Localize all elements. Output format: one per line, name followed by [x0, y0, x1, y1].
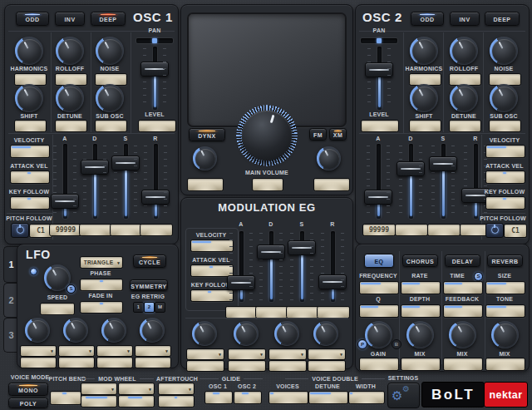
mod-eg-env-a-value[interactable]: [225, 306, 259, 319]
reverb-tab-button[interactable]: REVERB: [487, 254, 523, 267]
mod-eg-dest4-value[interactable]: [308, 360, 346, 372]
osc2-env-s-slider[interactable]: [429, 144, 457, 219]
lfo-phase-value[interactable]: [80, 279, 123, 291]
lfo-symmetry-button[interactable]: SYMMETRY: [130, 279, 168, 291]
osc1-env-a-slider[interactable]: [51, 144, 79, 219]
mod-eg-dest1-value[interactable]: [186, 360, 224, 372]
pitch-bend-value[interactable]: [50, 391, 81, 405]
osc2-pitch-follow-toggle[interactable]: [485, 223, 504, 238]
lfo-retrig-1-button[interactable]: 1: [133, 302, 144, 313]
slider-handle[interactable]: [140, 62, 169, 77]
mod-eg-dest1-select[interactable]: ▼: [186, 348, 224, 360]
osc1-env-r-slider[interactable]: [141, 144, 170, 219]
vd-width-value[interactable]: [348, 391, 385, 404]
eq-frequency-value[interactable]: [359, 281, 399, 294]
osc2-inv-button[interactable]: INV: [450, 12, 480, 26]
eq-tab-button[interactable]: EQ: [364, 254, 394, 268]
osc1-level-value[interactable]: [138, 120, 176, 132]
osc1-pan-slider[interactable]: [136, 38, 173, 43]
osc2-env-a-slider[interactable]: [364, 144, 392, 219]
osc1-harmonics-knob[interactable]: [15, 37, 43, 65]
chorus-mix-value[interactable]: [401, 358, 441, 371]
mod-wheel-value-2[interactable]: [118, 395, 155, 408]
osc1-pitch-follow-toggle[interactable]: [11, 223, 29, 238]
osc1-env-s-value[interactable]: [110, 224, 143, 236]
lfo-dest2-value[interactable]: [58, 357, 95, 368]
mod-eg-env-d-value[interactable]: [255, 306, 288, 319]
osc1-level-slider[interactable]: [140, 47, 169, 110]
osc2-velocity-value[interactable]: [485, 145, 525, 158]
delay-sync-badge[interactable]: S: [474, 272, 483, 281]
osc2-attack-vel-value[interactable]: [485, 170, 525, 184]
slider-handle[interactable]: [288, 240, 316, 255]
lfo-dest1-value[interactable]: [20, 357, 57, 368]
osc1-subosc-knob[interactable]: [96, 84, 124, 112]
osc1-detune-value[interactable]: [55, 120, 87, 132]
osc1-env-r-value[interactable]: [140, 224, 173, 236]
osc2-env-d-value[interactable]: [395, 224, 428, 236]
dynx-button[interactable]: DYNX: [189, 128, 225, 141]
settings-button[interactable]: ⚙ ⚙: [387, 383, 420, 408]
slider-handle[interactable]: [111, 156, 140, 170]
lfo-amount3-knob[interactable]: [101, 318, 126, 343]
osc2-key-follow-value[interactable]: [485, 196, 525, 210]
reverb-size-value[interactable]: [485, 281, 525, 294]
osc2-rolloff-knob[interactable]: [450, 37, 478, 65]
mod-eg-dest3-select[interactable]: ▼: [268, 348, 307, 360]
mod-eg-env-s-value[interactable]: [286, 306, 319, 319]
osc1-rolloff-knob[interactable]: [56, 37, 84, 65]
dynx-value[interactable]: [187, 178, 224, 191]
osc2-harmonics-knob[interactable]: [410, 37, 438, 65]
eq-gain-knob[interactable]: [365, 321, 392, 348]
mod-wheel-select-2[interactable]: ▼: [118, 383, 155, 395]
fm-button[interactable]: FM: [309, 128, 327, 141]
slider-handle[interactable]: [364, 190, 392, 205]
xm-value[interactable]: [313, 178, 350, 191]
osc1-subosc-value[interactable]: [95, 120, 127, 132]
slider-handle[interactable]: [51, 194, 79, 209]
mono-button[interactable]: MONO: [8, 383, 48, 396]
osc2-noise-knob[interactable]: [490, 37, 518, 65]
xm-button[interactable]: XM: [329, 128, 347, 141]
chorus-tab-button[interactable]: CHORUS: [402, 254, 438, 267]
lfo-dest4-value[interactable]: [135, 357, 171, 368]
mod-eg-env-s-slider[interactable]: [288, 231, 316, 302]
osc1-noise-knob[interactable]: [96, 37, 124, 65]
delay-time-value[interactable]: [443, 281, 483, 294]
mod-eg-dest2-select[interactable]: ▼: [228, 348, 266, 360]
osc2-pan-slider[interactable]: [361, 38, 397, 43]
osc1-env-s-slider[interactable]: [111, 144, 140, 219]
osc2-env-s-value[interactable]: [427, 224, 461, 236]
osc2-pitch-follow-key-value[interactable]: C1: [504, 224, 527, 238]
lfo-amount2-knob[interactable]: [63, 318, 88, 343]
chorus-rate-value[interactable]: [401, 281, 441, 294]
osc2-detune-value[interactable]: [449, 120, 481, 132]
mod-wheel-select-1[interactable]: ▼: [81, 383, 117, 395]
slider-handle[interactable]: [257, 245, 285, 259]
voices-value[interactable]: [268, 391, 308, 404]
vd-detune-value[interactable]: [308, 391, 348, 404]
chorus-mix-knob[interactable]: [406, 321, 434, 348]
xm-amount-knob[interactable]: [317, 146, 341, 170]
poly-button[interactable]: POLY: [8, 398, 48, 408]
lfo-speed-value[interactable]: [40, 303, 75, 315]
slider-handle[interactable]: [141, 190, 170, 205]
osc1-key-follow-value[interactable]: [10, 196, 50, 210]
mod-eg-env-r-slider[interactable]: [318, 231, 347, 302]
lfo-retrig-2-button[interactable]: 2: [144, 302, 155, 313]
lfo-speed-sync-badge[interactable]: S: [66, 284, 76, 294]
lfo-retrig-m-button[interactable]: M: [155, 302, 165, 313]
slider-handle[interactable]: [365, 62, 393, 77]
osc2-deep-button[interactable]: DEEP: [485, 12, 520, 26]
osc1-inv-button[interactable]: INV: [55, 12, 85, 26]
mod-eg-dest4-select[interactable]: ▼: [308, 348, 346, 360]
lfo-waveform-select[interactable]: TRIANGLE▼: [80, 256, 123, 269]
glide-osc1-value[interactable]: [204, 391, 233, 404]
osc2-env-a-value[interactable]: 99999: [362, 224, 396, 236]
osc1-detune-knob[interactable]: [56, 84, 84, 112]
osc2-detune-knob[interactable]: [450, 84, 478, 112]
osc1-odd-button[interactable]: ODD: [16, 12, 49, 26]
lfo-dest3-value[interactable]: [96, 357, 133, 368]
eq-q-value[interactable]: [359, 304, 399, 318]
main-volume-knob[interactable]: [236, 105, 298, 166]
